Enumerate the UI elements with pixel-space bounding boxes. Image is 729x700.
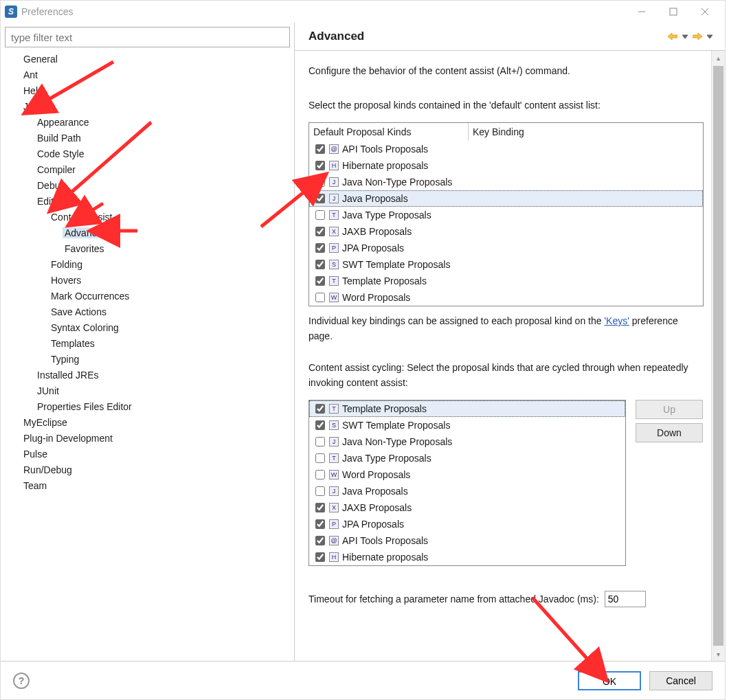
table-row[interactable]: WWord Proposals <box>309 289 703 306</box>
table-row[interactable]: JJava Proposals <box>309 190 703 207</box>
keys-link[interactable]: 'Keys' <box>604 315 629 326</box>
cycle-proposals-table[interactable]: TTemplate ProposalsSSWT Template Proposa… <box>309 400 626 566</box>
tree-node[interactable]: Run/Debug <box>9 462 294 478</box>
proposal-checkbox[interactable] <box>315 177 325 187</box>
proposal-checkbox[interactable] <box>315 453 325 463</box>
proposal-checkbox[interactable] <box>315 161 325 170</box>
table-row[interactable]: @API Tools Proposals <box>309 532 625 549</box>
ok-button[interactable]: OK <box>578 671 641 690</box>
proposal-checkbox[interactable] <box>315 503 325 512</box>
tree-node[interactable]: Ant <box>9 67 294 83</box>
nav-forward-menu-icon[interactable] <box>704 31 715 42</box>
col-header-keybinding[interactable]: Key Binding <box>469 123 703 141</box>
tree-node[interactable]: Plug-in Development <box>9 431 294 447</box>
table-row[interactable]: XJAXB Proposals <box>309 499 625 516</box>
tree-node[interactable]: Help <box>9 83 294 99</box>
proposal-checkbox[interactable] <box>315 536 325 545</box>
table-row[interactable]: WWord Proposals <box>309 466 625 483</box>
scroll-down-icon[interactable]: ▾ <box>712 647 725 661</box>
cancel-button[interactable]: Cancel <box>649 671 713 690</box>
table-row[interactable]: TJava Type Proposals <box>309 207 703 223</box>
table-row[interactable]: JJava Non-Type Proposals <box>309 174 703 190</box>
tree-node[interactable]: General <box>9 52 294 67</box>
col-header-kinds[interactable]: Default Proposal Kinds <box>309 123 469 141</box>
proposal-checkbox[interactable] <box>315 260 325 269</box>
tree-node[interactable]: Compiler <box>9 162 294 178</box>
proposal-checkbox[interactable] <box>315 404 325 414</box>
table-row[interactable]: PJPA Proposals <box>309 240 703 256</box>
tree-node[interactable]: Appearance <box>9 115 294 131</box>
tree-node[interactable]: Debug <box>9 178 294 194</box>
up-button[interactable]: Up <box>636 400 703 419</box>
proposal-checkbox[interactable] <box>315 437 325 447</box>
left-pane: GeneralAntHelpJavaAppearanceBuild PathCo… <box>1 23 295 661</box>
proposal-checkbox[interactable] <box>315 470 325 479</box>
vertical-scrollbar[interactable]: ▴ ▾ <box>711 51 725 661</box>
table-row[interactable]: JJava Proposals <box>309 483 625 499</box>
table-row[interactable]: HHibernate proposals <box>309 157 703 174</box>
nav-back-icon[interactable] <box>667 31 678 42</box>
tree-node[interactable]: Folding <box>9 257 294 273</box>
proposal-checkbox[interactable] <box>315 276 325 286</box>
table-row[interactable]: HHibernate proposals <box>309 549 625 565</box>
proposal-checkbox[interactable] <box>315 519 325 529</box>
tree-node[interactable]: Team <box>9 478 294 494</box>
tree-node[interactable]: Advanced <box>9 225 294 241</box>
proposal-checkbox[interactable] <box>315 486 325 496</box>
svg-marker-5 <box>682 35 688 38</box>
proposal-label: Java Non-Type Proposals <box>341 434 625 449</box>
table-row[interactable]: @API Tools Proposals <box>309 141 703 157</box>
table-row[interactable]: SSWT Template Proposals <box>309 256 703 273</box>
proposal-label: Word Proposals <box>341 467 625 482</box>
tree-node[interactable]: Templates <box>9 336 294 352</box>
close-button[interactable] <box>689 1 721 22</box>
filter-input[interactable] <box>5 27 290 47</box>
table-row[interactable]: TTemplate Proposals <box>309 400 625 417</box>
table-row[interactable]: SSWT Template Proposals <box>309 417 625 433</box>
proposal-checkbox[interactable] <box>315 552 325 562</box>
tree-node[interactable]: MyEclipse <box>9 415 294 431</box>
tree-node[interactable]: Favorites <box>9 241 294 257</box>
proposal-checkbox[interactable] <box>315 243 325 253</box>
preference-tree[interactable]: GeneralAntHelpJavaAppearanceBuild PathCo… <box>5 52 294 654</box>
tree-node[interactable]: Content Assist <box>9 210 294 225</box>
scroll-thumb[interactable] <box>713 66 724 646</box>
nav-back-menu-icon[interactable] <box>680 31 691 42</box>
proposal-checkbox[interactable] <box>315 420 325 430</box>
tree-node[interactable]: Typing <box>9 352 294 368</box>
tree-node[interactable]: Installed JREs <box>9 368 294 383</box>
proposal-checkbox[interactable] <box>315 194 325 203</box>
tree-node[interactable]: Build Path <box>9 131 294 146</box>
tree-node[interactable]: Hovers <box>9 273 294 289</box>
maximize-button[interactable] <box>658 1 689 22</box>
tree-node[interactable]: Syntax Coloring <box>9 320 294 336</box>
table-row[interactable]: TJava Type Proposals <box>309 450 625 466</box>
tree-node[interactable]: Code Style <box>9 146 294 162</box>
proposal-label: JPA Proposals <box>341 517 625 532</box>
tree-node[interactable]: Save Actions <box>9 304 294 320</box>
tree-node[interactable]: Java <box>9 99 294 115</box>
proposal-label: JAXB Proposals <box>341 224 703 239</box>
proposal-checkbox[interactable] <box>315 144 325 154</box>
tree-node-label: Installed JREs <box>35 370 100 381</box>
help-icon[interactable]: ? <box>13 673 30 689</box>
proposal-checkbox[interactable] <box>315 293 325 302</box>
nav-forward-icon[interactable] <box>692 31 703 42</box>
table-row[interactable]: XJAXB Proposals <box>309 223 703 240</box>
tree-node[interactable]: JUnit <box>9 383 294 399</box>
default-proposals-table[interactable]: Default Proposal Kinds Key Binding @API … <box>309 122 704 306</box>
minimize-button[interactable] <box>626 1 658 22</box>
scroll-up-icon[interactable]: ▴ <box>712 51 725 65</box>
tree-node[interactable]: Mark Occurrences <box>9 289 294 304</box>
tree-node[interactable]: Properties Files Editor <box>9 399 294 415</box>
proposal-label: Hibernate proposals <box>341 158 703 173</box>
tree-node[interactable]: Pulse <box>9 447 294 462</box>
proposal-checkbox[interactable] <box>315 227 325 236</box>
down-button[interactable]: Down <box>636 423 703 442</box>
timeout-input[interactable] <box>605 591 646 607</box>
table-row[interactable]: JJava Non-Type Proposals <box>309 433 625 450</box>
proposal-checkbox[interactable] <box>315 210 325 220</box>
table-row[interactable]: PJPA Proposals <box>309 516 625 532</box>
tree-node[interactable]: Editor <box>9 194 294 210</box>
table-row[interactable]: TTemplate Proposals <box>309 273 703 289</box>
